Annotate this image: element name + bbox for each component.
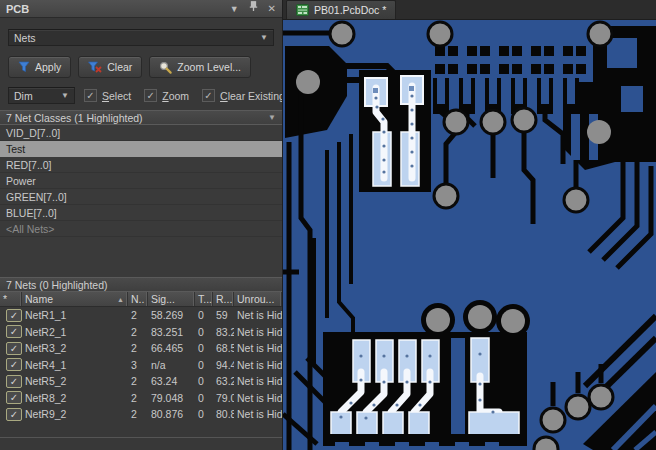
net-class-item[interactable]: VID_D[7..0] — [0, 125, 282, 141]
checkbox-clear-existing[interactable]: ✓ — [202, 89, 215, 102]
checkbox-select[interactable]: ✓ — [84, 89, 97, 102]
net-node-count: 2 — [128, 309, 148, 321]
net-visible-checkbox[interactable]: ✓ — [6, 391, 22, 404]
panel-mode-select[interactable]: Nets ▼ — [8, 29, 274, 46]
zoom-level-button-label: Zoom Level... — [177, 61, 241, 73]
net-node-count: 2 — [128, 342, 148, 354]
chevron-down-icon: ▼ — [260, 33, 268, 42]
apply-button-label: Apply — [35, 61, 61, 73]
nets-table-header: *Name▲N..Sig...T...R...Unrou... — [0, 292, 282, 307]
panel-dropdown-icon[interactable]: ▼ — [230, 0, 239, 18]
net-routed-length: 83.2 — [213, 326, 234, 338]
column-header-*[interactable]: * — [0, 292, 22, 307]
document-tabbar: PB01.PcbDoc * — [283, 0, 656, 20]
close-icon[interactable]: ✕ — [268, 0, 276, 18]
column-header-name[interactable]: Name▲ — [22, 292, 128, 307]
net-signal-length: 80.876 — [148, 408, 195, 420]
net-enable-cell: ✓ — [0, 325, 22, 338]
net-name: NetR5_2 — [22, 375, 128, 387]
net-name: NetR9_2 — [22, 408, 128, 420]
net-signal-length: 58.269 — [148, 309, 195, 321]
net-enable-cell: ✓ — [0, 309, 22, 322]
column-header-n[interactable]: N.. — [128, 292, 148, 307]
chevron-down-icon: ▼ — [61, 91, 69, 100]
net-row[interactable]: ✓NetR2_1283.251083.2Net is Hidden — [0, 324, 282, 341]
pin-icon[interactable] — [249, 0, 258, 18]
net-name: NetR1_1 — [22, 309, 128, 321]
net-signal-length: 66.465 — [148, 342, 195, 354]
panel-mode-value: Nets — [14, 32, 36, 44]
pcb-render — [283, 20, 656, 450]
net-row[interactable]: ✓NetR5_2263.24063.2Net is Hidden — [0, 373, 282, 390]
action-buttons: Apply Clear Zoom Level... — [8, 56, 251, 78]
editor-area: PB01.PcbDoc * — [283, 0, 656, 450]
dim-value: Dim — [14, 90, 33, 102]
nets-header[interactable]: 7 Nets (0 Highlighted) — [0, 277, 282, 292]
net-visible-checkbox[interactable]: ✓ — [6, 342, 22, 355]
net-row[interactable]: ✓NetR1_1258.269059Net is Hidden — [0, 307, 282, 324]
net-classes-header[interactable]: 7 Net Classes (1 Highlighted) ▼ — [0, 110, 282, 125]
column-header-t[interactable]: T... — [195, 292, 213, 307]
checkbox-label: Clear Existing — [220, 90, 282, 102]
pcb-highlighted-group-a — [359, 70, 431, 192]
net-class-item[interactable]: GREEN[7..0] — [0, 189, 282, 205]
net-enable-cell: ✓ — [0, 358, 22, 371]
net-classes-header-label: 7 Net Classes (1 Highlighted) — [6, 112, 143, 124]
clear-button-label: Clear — [107, 61, 132, 73]
apply-button[interactable]: Apply — [8, 56, 71, 78]
net-visible-checkbox[interactable]: ✓ — [6, 408, 22, 421]
net-unrouted-status: Net is Hidden — [234, 326, 282, 338]
net-row[interactable]: ✓NetR3_2266.465068.5Net is Hidden — [0, 340, 282, 357]
net-node-count: 3 — [128, 359, 148, 371]
checkbox-label: Zoom — [162, 90, 189, 102]
net-node-count: 2 — [128, 392, 148, 404]
panel-divider — [0, 437, 282, 438]
checkbox-label: Select — [102, 90, 131, 102]
sort-ascending-icon: ▲ — [117, 292, 124, 307]
clear-button[interactable]: Clear — [78, 56, 142, 78]
pcb-panel: PCB ▼ ✕ Nets ▼ Apply Clear Zoom Level... — [0, 0, 283, 450]
column-header-sig[interactable]: Sig... — [148, 292, 195, 307]
net-routed-length: 59 — [213, 309, 234, 321]
net-node-count: 2 — [128, 375, 148, 387]
net-class-item[interactable]: BLUE[7..0] — [0, 205, 282, 221]
net-name: NetR2_1 — [22, 326, 128, 338]
panel-title: PCB — [6, 3, 220, 15]
zoom-level-button[interactable]: Zoom Level... — [149, 56, 251, 78]
net-name: NetR4_1 — [22, 359, 128, 371]
checkbox-zoom[interactable]: ✓ — [144, 89, 157, 102]
net-t-value: 0 — [195, 326, 213, 338]
net-visible-checkbox[interactable]: ✓ — [6, 325, 22, 338]
net-routed-length: 63.2 — [213, 375, 234, 387]
magnifier-icon — [159, 61, 172, 74]
net-row[interactable]: ✓NetR9_2280.876080.8Net is Hidden — [0, 406, 282, 423]
chevron-down-icon: ▼ — [268, 113, 276, 122]
net-unrouted-status: Net is Hidden — [234, 359, 282, 371]
pcbdoc-icon — [296, 4, 309, 16]
net-row[interactable]: ✓NetR4_13n/a094.4Net is Hidden — [0, 357, 282, 374]
net-enable-cell: ✓ — [0, 375, 22, 388]
tab-pb01-pcbdoc[interactable]: PB01.PcbDoc * — [286, 0, 396, 19]
net-visible-checkbox[interactable]: ✓ — [6, 375, 22, 388]
net-t-value: 0 — [195, 359, 213, 371]
pcb-canvas[interactable] — [283, 20, 656, 450]
funnel-icon — [18, 61, 30, 73]
column-header-r[interactable]: R... — [213, 292, 234, 307]
net-routed-length: 68.5 — [213, 342, 234, 354]
net-class-item[interactable]: Power — [0, 173, 282, 189]
tab-label: PB01.PcbDoc * — [314, 4, 386, 16]
column-header-unrou[interactable]: Unrou... — [234, 292, 282, 307]
net-node-count: 2 — [128, 326, 148, 338]
net-row[interactable]: ✓NetR8_2279.048079.0Net is Hidden — [0, 390, 282, 407]
net-class-item[interactable]: <All Nets> — [0, 221, 282, 237]
net-class-item[interactable]: Test — [0, 141, 282, 157]
net-t-value: 0 — [195, 309, 213, 321]
net-unrouted-status: Net is Hidden — [234, 392, 282, 404]
net-t-value: 0 — [195, 392, 213, 404]
option-checkboxes: ✓Select✓Zoom✓Clear Existing — [84, 87, 282, 104]
net-visible-checkbox[interactable]: ✓ — [6, 358, 22, 371]
dim-select[interactable]: Dim ▼ — [8, 87, 75, 104]
net-class-item[interactable]: RED[7..0] — [0, 157, 282, 173]
net-visible-checkbox[interactable]: ✓ — [6, 309, 22, 322]
net-t-value: 0 — [195, 375, 213, 387]
